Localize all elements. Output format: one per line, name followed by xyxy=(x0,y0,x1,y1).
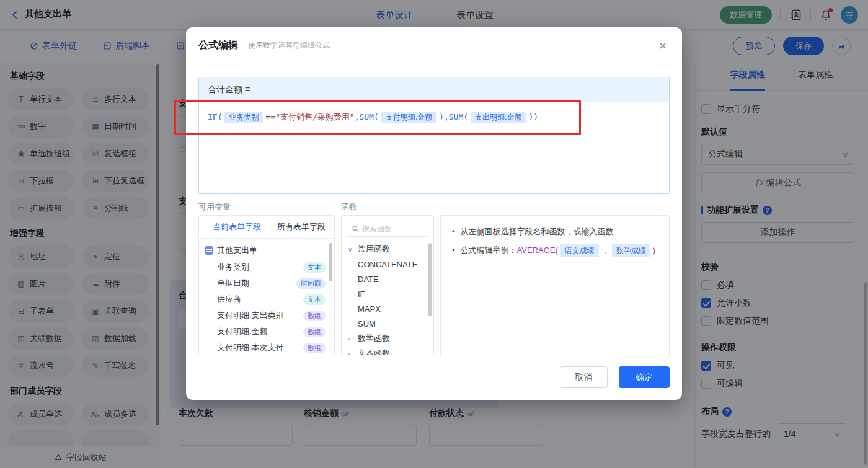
function-item[interactable]: IF xyxy=(342,286,433,301)
chevron-right-icon: › xyxy=(348,350,354,356)
variable-name: 业务类别 xyxy=(217,262,249,273)
field-chip[interactable]: 语文成绩 xyxy=(560,244,599,257)
variable-row[interactable]: 单据日期时间戳 xyxy=(199,275,334,291)
modal-title: 公式编辑 xyxy=(198,39,238,52)
form-root-node[interactable]: 其他支出单 xyxy=(199,239,334,259)
formula-editor: 合计金额 = IF(业务类别=="支付销售/采购费用",SUM(支付明细.金额)… xyxy=(198,77,670,194)
app: 其他支出单 表单设计表单设置 数据管理 存 表单外链后端脚本数据权 预 xyxy=(0,0,868,468)
function-search[interactable] xyxy=(347,221,428,237)
function-item[interactable]: SUM xyxy=(342,316,433,331)
function-item[interactable]: MAPX xyxy=(342,301,433,316)
field-chip[interactable]: 支付明细.金额 xyxy=(381,112,436,123)
close-icon[interactable]: ✕ xyxy=(658,40,667,53)
function-group[interactable]: ›文本函数 xyxy=(342,346,433,355)
formula-editor-modal: 公式编辑 使用数学运算符编辑公式 ✕ 合计金额 = IF(业务类别=="支付销售… xyxy=(186,27,682,400)
function-group[interactable]: ∨常用函数 xyxy=(342,242,433,257)
function-search-input[interactable] xyxy=(362,224,418,233)
functions-label: 函数 xyxy=(341,201,357,213)
field-chip[interactable]: 业务类别 xyxy=(224,112,263,123)
example-function-close: ) xyxy=(653,244,655,257)
field-chip[interactable]: 支出明细.金额 xyxy=(471,112,526,123)
variables-label: 可用变量 xyxy=(198,201,231,213)
tab-all-form-fields[interactable]: 所有表单字段 xyxy=(277,221,326,232)
formula-token-str: "支付销售/采购费用" xyxy=(275,112,354,121)
modal-header: 公式编辑 使用数学运算符编辑公式 ✕ xyxy=(186,27,682,64)
cancel-button[interactable]: 取消 xyxy=(560,366,608,388)
type-badge: 数组 xyxy=(303,327,326,337)
variables-panel: 当前表单字段所有表单字段 其他支出单 业务类别文本单据日期时间戳供应商文本支付明… xyxy=(198,215,335,355)
variable-row[interactable]: 支付明细.支出类别数组 xyxy=(199,307,334,324)
type-badge: 文本 xyxy=(303,294,326,305)
formula-token-fn: ,SUM( xyxy=(355,112,379,121)
search-icon xyxy=(352,225,359,232)
tips-panel: 从左侧面板选择字段名和函数，或输入函数 公式编辑举例：AVERAGE(语文成绩，… xyxy=(440,215,670,355)
variable-name: 支付明细.金额 xyxy=(217,326,268,337)
function-item[interactable]: CONCATENATE xyxy=(342,257,433,272)
formula-target: 合计金额 = xyxy=(199,77,669,102)
variable-name: 单据日期 xyxy=(217,278,249,289)
functions-scrollbar[interactable] xyxy=(428,243,432,316)
form-doc-icon xyxy=(205,246,213,255)
type-badge: 时间戳 xyxy=(296,278,326,289)
chevron-right-icon: › xyxy=(348,335,354,342)
variable-name: 支付明细.支出类别 xyxy=(217,310,284,321)
tab-current-form-fields[interactable]: 当前表单字段 xyxy=(213,221,261,232)
variable-row[interactable]: 供应商文本 xyxy=(199,291,334,307)
modal-subtitle: 使用数学运算符编辑公式 xyxy=(248,40,330,51)
variable-row[interactable]: 业务类别文本 xyxy=(199,259,334,275)
function-group[interactable]: ›数学函数 xyxy=(342,331,433,346)
type-badge: 数组 xyxy=(303,311,326,321)
comma: ， xyxy=(601,244,609,257)
field-chip[interactable]: 数学成绩 xyxy=(612,244,650,257)
tip-prefix: 公式编辑举例： xyxy=(461,244,517,257)
confirm-button[interactable]: 确定 xyxy=(619,366,670,388)
function-item[interactable]: DATE xyxy=(342,272,433,286)
type-badge: 数组 xyxy=(303,343,326,353)
variable-row[interactable]: 支付明细.金额数组 xyxy=(199,324,334,340)
functions-panel: ∨常用函数CONCATENATEDATEIFMAPXSUM›数学函数›文本函数 xyxy=(341,215,434,355)
example-function-open: AVERAGE( xyxy=(517,244,558,257)
type-badge: 文本 xyxy=(303,262,326,273)
tip-line-1: 从左侧面板选择字段名和函数，或输入函数 xyxy=(452,226,658,238)
variables-scrollbar[interactable] xyxy=(329,243,332,281)
variable-row[interactable]: 支付明细.本次支付数组 xyxy=(199,340,334,355)
formula-token-fn: ),SUM( xyxy=(439,112,468,121)
formula-input-area[interactable]: IF(业务类别=="支付销售/采购费用",SUM(支付明细.金额),SUM(支出… xyxy=(199,102,669,133)
chevron-down-icon: ∨ xyxy=(348,246,354,253)
function-group-name: 常用函数 xyxy=(358,244,390,255)
function-group-name: 文本函数 xyxy=(358,348,390,355)
function-group-name: 数学函数 xyxy=(358,333,390,344)
formula-token-op: == xyxy=(265,112,275,121)
formula-token-fn: IF( xyxy=(208,112,222,121)
tip-line-2: 公式编辑举例：AVERAGE(语文成绩，数学成绩) xyxy=(452,244,658,257)
variable-name: 支付明细.本次支付 xyxy=(217,342,284,353)
variable-name: 供应商 xyxy=(217,294,241,305)
formula-token-fn: )) xyxy=(528,112,538,121)
